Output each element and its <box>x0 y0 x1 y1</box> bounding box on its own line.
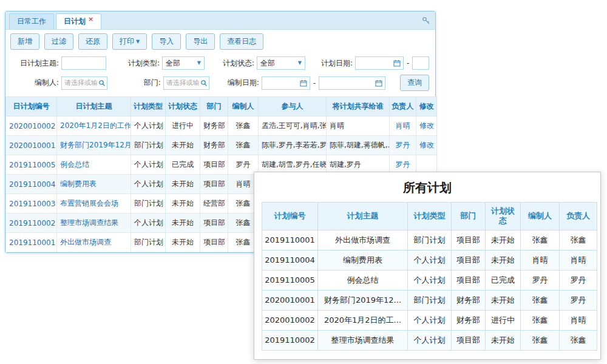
plan-date-label: 计划日期: <box>315 58 353 69</box>
modify-link[interactable]: 修改 <box>416 136 437 155</box>
status-select[interactable]: 全部 ▼ <box>257 56 305 70</box>
plan-type: 个人计划 <box>131 175 166 194</box>
search-button[interactable]: 查询 <box>400 75 429 91</box>
owner: 张鑫 <box>560 330 597 350</box>
plan-subject-link[interactable]: 例会总结 <box>57 155 131 175</box>
plan-subject-link[interactable]: 整理市场调查结果 <box>57 214 131 233</box>
column-header[interactable]: 修改 <box>416 97 437 116</box>
column-header[interactable]: 部门 <box>200 97 228 116</box>
column-header[interactable]: 将计划共享给谁 <box>327 97 390 116</box>
creator: 张鑫 <box>521 310 560 330</box>
department: 财务部 <box>200 136 228 155</box>
calendar-icon <box>375 79 382 87</box>
plan-status: 未开始 <box>486 230 521 250</box>
plan-subject-link[interactable]: 财务部门2019年12月的... <box>57 136 131 155</box>
plan-id-link[interactable]: 2019110004 <box>6 175 57 194</box>
plan-id: 2019110001 <box>262 230 318 250</box>
column-header[interactable]: 编制人 <box>228 97 259 116</box>
tab-daily-work[interactable]: 日常工作 <box>9 13 54 29</box>
department: 经营部 <box>200 194 228 214</box>
column-header[interactable]: 负责人 <box>390 97 416 116</box>
column-header[interactable]: 计划状态 <box>486 203 521 231</box>
column-header[interactable]: 计划编号 <box>262 203 318 231</box>
print-button[interactable]: 打印 ▼ <box>112 33 147 50</box>
plan-subject: 编制费用表 <box>318 250 408 270</box>
creator: 张鑫 <box>228 136 259 155</box>
created-date-to-input[interactable] <box>319 76 385 90</box>
close-tab-icon[interactable]: × <box>88 16 93 22</box>
column-header[interactable]: 日计划主题 <box>57 97 131 116</box>
share-with: 陈菲,胡建,蒋德帆,... <box>327 136 390 155</box>
owner-link[interactable]: 罗丹 <box>390 136 416 155</box>
plan-id-link[interactable]: 2019110003 <box>6 194 57 214</box>
table-row[interactable]: 20200100022020年1月2日的工作日...个人计划进行中财务部张鑫孟浩… <box>6 116 437 136</box>
plan-id-link[interactable]: 2019110002 <box>6 214 57 233</box>
column-header[interactable]: 日计划编号 <box>6 97 57 116</box>
creator: 张鑫 <box>521 230 560 250</box>
created-date-from-input[interactable] <box>262 76 310 90</box>
plan-id-link[interactable]: 2020010001 <box>6 136 57 155</box>
plan-id-link[interactable]: 2019110005 <box>6 155 57 175</box>
table-row[interactable]: 2020010001财务部门2019年12月的...部门计划未开始财务部张鑫陈菲… <box>6 136 437 155</box>
plan-status: 未开始 <box>166 175 200 194</box>
key-icon[interactable] <box>422 16 430 27</box>
column-header[interactable]: 部门 <box>452 203 486 231</box>
plan-status: 未开始 <box>486 250 521 270</box>
table-row[interactable]: 2019110001外出做市场调查部门计划项目部未开始张鑫张鑫 <box>262 230 597 250</box>
export-button[interactable]: 导出 <box>186 33 215 50</box>
plan-subject-link[interactable]: 2020年1月2日的工作日... <box>57 116 131 136</box>
creator-label: 编制人: <box>12 78 59 88</box>
creator-input[interactable] <box>61 76 107 90</box>
all-plans-window: 所有计划 计划编号计划主题计划类型部门计划状态编制人负责人 2019110001… <box>254 172 601 360</box>
department: 财务部 <box>452 290 486 310</box>
table-row[interactable]: 2019110002整理市场调查结果个人计划项目部未开始张鑫张鑫 <box>262 330 597 350</box>
table-row[interactable]: 2020010001财务部门2019年12...部门计划财务部未开始张鑫罗丹 <box>262 290 597 310</box>
column-header[interactable]: 编制人 <box>521 203 560 231</box>
status-select-value: 全部 <box>260 58 275 69</box>
owner: 罗丹 <box>560 290 597 310</box>
column-header[interactable]: 计划主题 <box>318 203 408 231</box>
type-select-value: 全部 <box>166 58 180 69</box>
tab-daily-plan[interactable]: 日计划 × <box>56 13 101 29</box>
filter-area: 日计划主题: 计划类型: 全部 ▼ 计划状态: 全部 ▼ 计划日期: <box>5 53 435 96</box>
column-header[interactable]: 计划类型 <box>131 97 166 116</box>
chevron-down-icon: ▼ <box>136 39 140 44</box>
plan-subject-link[interactable]: 布置营销展会会场 <box>57 194 131 214</box>
dept-input[interactable] <box>163 76 209 90</box>
plan-subject-link[interactable]: 编制费用表 <box>57 175 131 194</box>
plan-subject: 2020年1月2日的工... <box>318 310 408 330</box>
column-header[interactable]: 计划类型 <box>408 203 452 231</box>
restore-button[interactable]: 还原 <box>78 33 107 50</box>
filter-button[interactable]: 过滤 <box>44 33 73 50</box>
plan-id: 2019110002 <box>262 330 318 350</box>
plan-id-link[interactable]: 2019110001 <box>6 233 57 252</box>
column-header[interactable]: 参与人 <box>259 97 327 116</box>
type-label: 计划类型: <box>122 58 160 69</box>
plan-type: 部门计划 <box>408 290 452 310</box>
plan-status: 进行中 <box>486 310 521 330</box>
import-button[interactable]: 导入 <box>152 33 181 50</box>
plan-subject-link[interactable]: 外出做市场调查 <box>57 233 131 252</box>
participants: 陈菲,罗丹,李若若,罗... <box>259 136 327 155</box>
table-row[interactable]: 20200100022020年1月2日的工...个人计划财务部进行中张鑫肖晴 <box>262 310 597 330</box>
add-button[interactable]: 新增 <box>10 33 39 50</box>
plan-date-to-input[interactable] <box>412 56 429 70</box>
plan-type: 个人计划 <box>408 330 452 350</box>
view-log-button[interactable]: 查看日志 <box>220 33 263 50</box>
plan-id-link[interactable]: 2020010002 <box>6 116 57 136</box>
table-row[interactable]: 2019110005例会总结个人计划项目部已完成罗丹罗丹 <box>262 270 597 290</box>
subject-input[interactable] <box>61 56 106 70</box>
table-row[interactable]: 2019110004编制费用表个人计划项目部未开始肖晴肖晴 <box>262 250 597 270</box>
plan-type: 个人计划 <box>408 310 452 330</box>
modify-link[interactable]: 修改 <box>416 116 437 136</box>
range-separator: - <box>313 79 316 87</box>
plan-subject: 整理市场调查结果 <box>318 330 408 350</box>
column-header[interactable]: 负责人 <box>560 203 597 231</box>
plan-date-from-input[interactable] <box>355 56 404 70</box>
creator: 张鑫 <box>228 116 259 136</box>
type-select[interactable]: 全部 ▼ <box>162 56 205 70</box>
calendar-icon <box>300 79 307 87</box>
owner-link[interactable]: 肖晴 <box>390 116 416 136</box>
plan-type: 个人计划 <box>131 214 166 233</box>
column-header[interactable]: 计划状态 <box>166 97 200 116</box>
